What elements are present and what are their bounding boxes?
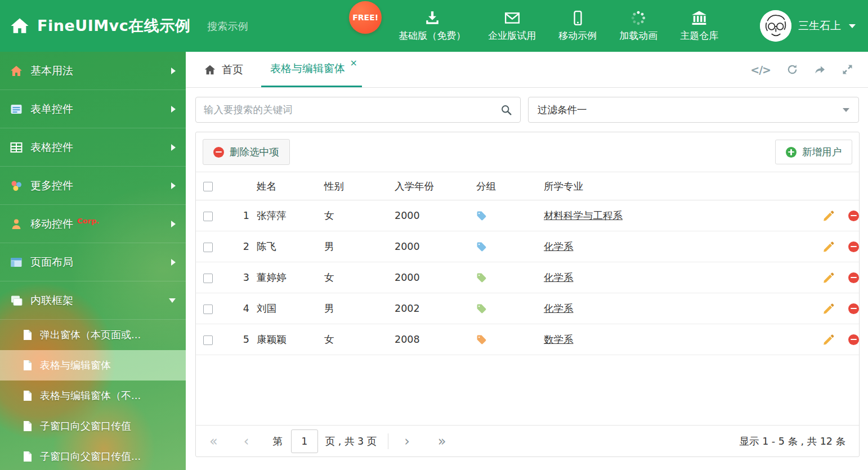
cell-year: 2008: [387, 324, 469, 355]
nav-basic-free[interactable]: 基础版（免费）: [399, 10, 466, 42]
sidebar-item-iframe[interactable]: 内联框架: [0, 281, 186, 320]
edit-icon[interactable]: [822, 333, 835, 346]
app-title: FineUIMvc在线示例: [37, 16, 190, 36]
form-icon: [10, 103, 23, 115]
close-icon[interactable]: ×: [350, 59, 357, 68]
cell-name: 康颖颖: [249, 324, 317, 355]
row-number: 2: [224, 231, 249, 262]
row-checkbox[interactable]: [203, 274, 213, 283]
delete-icon[interactable]: [848, 272, 859, 283]
row-number: 5: [224, 324, 249, 355]
col-header-major: 所学专业: [536, 172, 796, 200]
submenu-item-popup-window[interactable]: 弹出窗体（本页面或...: [0, 320, 186, 350]
col-header-year: 入学年份: [387, 172, 469, 200]
submenu-item-label: 表格与编辑窗体（不...: [40, 389, 141, 402]
sidebar-item-label: 页面布局: [30, 255, 73, 270]
sidebar-item-more-controls[interactable]: 更多控件: [0, 167, 186, 205]
nav-label: 基础版（免费）: [399, 29, 466, 42]
major-link[interactable]: 化学系: [544, 272, 574, 283]
sidebar-item-basic-usage[interactable]: 基本用法: [0, 52, 186, 90]
page-prev-button[interactable]: ‹: [244, 435, 249, 448]
expand-icon[interactable]: [842, 64, 853, 75]
col-header-group: 分组: [469, 172, 536, 200]
sidebar-item-label: 更多控件: [30, 178, 73, 193]
major-link[interactable]: 化学系: [544, 303, 574, 314]
row-checkbox[interactable]: [203, 335, 213, 345]
page-next-button[interactable]: ›: [404, 435, 410, 448]
tab-tools: </>: [750, 52, 859, 87]
file-icon: [23, 451, 33, 462]
row-number: 4: [224, 293, 249, 324]
tab-grid-edit-window[interactable]: 表格与编辑窗体 ×: [261, 52, 362, 87]
header-search: [207, 20, 325, 32]
edit-icon[interactable]: [822, 240, 835, 253]
header-search-input[interactable]: [207, 20, 334, 32]
delete-icon[interactable]: [848, 303, 859, 314]
spinner-icon: [630, 10, 646, 26]
nav-mobile-demo[interactable]: 移动示例: [558, 10, 597, 42]
submenu-item-grid-edit-window[interactable]: 表格与编辑窗体: [0, 350, 186, 381]
sidebar-item-mobile-controls[interactable]: 移动控件 Corp.: [0, 205, 186, 243]
edit-icon[interactable]: [822, 209, 835, 222]
refresh-icon[interactable]: [786, 64, 798, 75]
cell-name: 董婷婷: [249, 262, 317, 293]
home-icon: [10, 65, 23, 77]
select-all-checkbox[interactable]: [203, 182, 213, 191]
sidebar-item-grid-controls[interactable]: 表格控件: [0, 128, 186, 167]
free-badge: FREE!: [349, 1, 382, 34]
col-header-gender: 性别: [317, 172, 387, 200]
delete-icon[interactable]: [848, 211, 859, 221]
page-last-button[interactable]: »: [438, 435, 446, 448]
page-number-input[interactable]: [291, 429, 318, 453]
cell-year: 2000: [387, 262, 469, 293]
envelope-icon: [504, 10, 520, 26]
submenu-item-child-to-parent[interactable]: 子窗口向父窗口传值: [0, 411, 186, 441]
add-user-button[interactable]: 新增用户: [775, 140, 852, 164]
source-code-icon[interactable]: </>: [750, 64, 771, 76]
edit-icon[interactable]: [822, 271, 835, 284]
file-icon: [23, 329, 33, 341]
tab-label: 首页: [222, 62, 243, 77]
col-header-name: 姓名: [249, 172, 317, 200]
delete-selected-button[interactable]: 删除选中项: [203, 139, 290, 165]
sidebar-item-label: 移动控件: [30, 217, 73, 231]
row-checkbox[interactable]: [203, 212, 213, 221]
grid-toolbar: 删除选中项 新增用户: [196, 132, 859, 172]
tab-home[interactable]: 首页: [195, 52, 252, 87]
minus-circle-icon: [213, 147, 224, 158]
sidebar-item-label: 表格控件: [30, 140, 73, 155]
keyword-search-input[interactable]: [204, 104, 500, 115]
major-link[interactable]: 化学系: [544, 241, 574, 252]
submenu-item-child-to-parent-2[interactable]: 子窗口向父窗口传值...: [0, 441, 186, 470]
user-menu[interactable]: 三生石上: [760, 10, 856, 42]
search-icon[interactable]: [500, 104, 512, 116]
major-link[interactable]: 材料科学与工程系: [544, 210, 623, 221]
chevron-down-icon: [169, 298, 176, 303]
nav-loading-animation[interactable]: 加载动画: [619, 10, 657, 42]
filter-dropdown[interactable]: 过滤条件一: [528, 97, 859, 123]
edit-icon[interactable]: [822, 302, 835, 315]
cell-gender: 女: [317, 262, 387, 293]
delete-icon[interactable]: [848, 334, 859, 345]
page-first-button[interactable]: «: [209, 435, 218, 448]
cell-year: 2000: [387, 200, 469, 231]
delete-icon[interactable]: [848, 241, 859, 252]
row-checkbox[interactable]: [203, 305, 213, 314]
submenu-item-label: 弹出窗体（本页面或...: [40, 328, 141, 342]
nav-theme-store[interactable]: 主题仓库: [680, 10, 718, 42]
app-home-icon[interactable]: [10, 16, 29, 35]
table-row: 2 陈飞 男 2000 化学系: [196, 231, 859, 262]
nav-enterprise-trial[interactable]: 企业版试用: [488, 10, 536, 42]
chevron-down-icon: [843, 108, 849, 112]
sidebar: 基本用法 表单控件 表格控件 更多控件 移动控: [0, 52, 186, 470]
submenu-item-grid-edit-window-2[interactable]: 表格与编辑窗体（不...: [0, 381, 186, 411]
table-row: 1 张萍萍 女 2000 材料科学与工程系: [196, 200, 859, 231]
tag-icon: [476, 211, 487, 221]
page-suffix-label: 页 , 共 3 页: [325, 435, 377, 448]
share-icon[interactable]: [814, 64, 826, 75]
sidebar-item-page-layout[interactable]: 页面布局: [0, 243, 186, 281]
sidebar-item-form-controls[interactable]: 表单控件: [0, 90, 186, 128]
major-link[interactable]: 数学系: [544, 334, 574, 345]
row-checkbox[interactable]: [203, 243, 213, 252]
plus-circle-icon: [786, 147, 797, 158]
